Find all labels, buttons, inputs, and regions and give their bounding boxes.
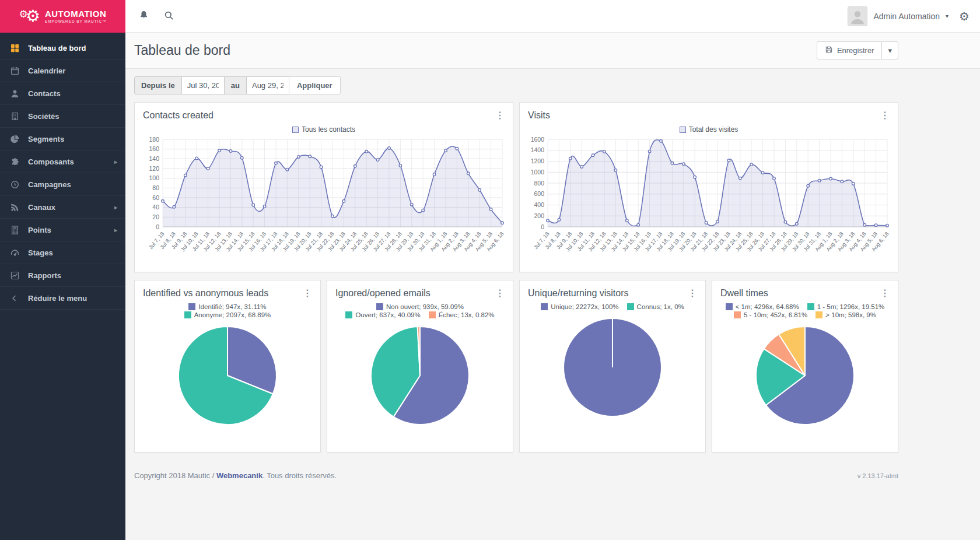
svg-text:600: 600 [534, 190, 544, 197]
legend-label: Tous les contacts [302, 125, 355, 134]
sidebar-item-segments[interactable]: Segments ▸ [0, 128, 125, 150]
chart-legend: Identifié; 947x, 31.11%Anonyme; 2097x, 6… [135, 303, 320, 318]
legend-item[interactable]: 1 - 5m; 1296x, 19.51% [807, 303, 885, 310]
legend-swatch [726, 303, 733, 310]
chart-legend: Total des visites [520, 125, 898, 134]
emails-pie-chart [327, 324, 513, 427]
legend-item[interactable]: Identifié; 947x, 31.11% [188, 303, 266, 310]
card-menu-button[interactable]: ⋮ [880, 111, 890, 120]
sidebar-item-contacts[interactable]: Contacts ▸ [0, 82, 125, 105]
save-button[interactable]: Enregistrer [817, 41, 883, 59]
legend-item[interactable]: > 10m; 598x, 9% [816, 311, 876, 318]
svg-text:400: 400 [534, 201, 544, 208]
dwell-times-pie-chart [712, 324, 898, 427]
sidebar-item-points[interactable]: Points ▸ [0, 219, 125, 241]
svg-text:200: 200 [534, 212, 544, 219]
legend-label: Anonyme; 2097x, 68.89% [194, 311, 271, 318]
save-dropdown-button[interactable]: ▾ [881, 41, 898, 59]
svg-text:1200: 1200 [531, 157, 545, 164]
sidebar-item-canaux[interactable]: Canaux ▸ [0, 196, 125, 219]
chart-legend: Tous les contacts [135, 125, 513, 134]
date-filter-toolbar: Depuis le au Appliquer [134, 76, 898, 94]
legend-label: < 1m; 4296x, 64.68% [736, 303, 799, 310]
save-button-label: Enregistrer [837, 46, 874, 55]
card-menu-button[interactable]: ⋮ [880, 289, 890, 298]
sidebar-item-label: Réduire le menu [28, 294, 87, 303]
card-menu-button[interactable]: ⋮ [303, 289, 312, 298]
chart-legend: Unique; 22272x, 100%Connus; 1x, 0% [520, 303, 705, 310]
search-icon [163, 10, 174, 23]
leads-pie-card: Identified vs anonymous leads ⋮ Identifi… [134, 280, 321, 453]
legend-row: Non ouvert; 939x, 59.09% [376, 303, 464, 310]
legend-label: Échec; 13x, 0.82% [439, 311, 495, 318]
avatar [848, 6, 867, 26]
logo-subtitle: EMPOWERED BY MAUTIC™ [45, 19, 106, 23]
legend-item[interactable]: Anonyme; 2097x, 68.89% [184, 311, 271, 318]
chevron-down-icon: ▾ [888, 46, 892, 55]
legend-item[interactable]: Ouvert; 637x, 40.09% [345, 311, 420, 318]
sidebar-item-calendrier[interactable]: Calendrier ▸ [0, 59, 125, 82]
sidebar-item-label: Stages [28, 248, 53, 257]
search-button[interactable] [161, 8, 177, 25]
sidebar-item-reduire-le-menu[interactable]: Réduire le menu ▸ [0, 287, 125, 310]
settings-button[interactable]: ⚙ [959, 10, 970, 22]
visits-card: Visits ⋮ Total des visites 0200400600800… [519, 102, 898, 272]
notifications-button[interactable] [136, 8, 152, 25]
legend-item[interactable]: < 1m; 4296x, 64.68% [726, 303, 799, 310]
legend-item[interactable]: 5 - 10m; 452x, 6.81% [734, 311, 807, 318]
gears-icon: ⚙⚙ [19, 8, 40, 24]
leads-pie-chart [135, 324, 320, 427]
sidebar-nav: Tableau de bord ▸ Calendrier ▸ Contacts … [0, 37, 125, 310]
legend-row: Ouvert; 637x, 40.09%Échec; 13x, 0.82% [345, 311, 494, 318]
legend-item[interactable]: Connus; 1x, 0% [627, 303, 684, 310]
legend-item[interactable]: Total des visites [680, 125, 738, 134]
puzzle-icon [10, 157, 20, 166]
legend-item[interactable]: Non ouvert; 939x, 59.09% [376, 303, 464, 310]
user-name: Admin Automation [873, 12, 940, 21]
contacts-created-card: Contacts created ⋮ Tous les contacts 020… [134, 102, 513, 272]
date-from-input[interactable] [181, 76, 225, 94]
svg-text:1400: 1400 [531, 146, 545, 153]
legend-item[interactable]: Unique; 22272x, 100% [541, 303, 618, 310]
save-split-button: Enregistrer ▾ [817, 41, 898, 59]
topbar: ⚙⚙ AUTOMATION EMPOWERED BY MAUTIC™ Admin… [0, 0, 980, 33]
chart-legend: < 1m; 4296x, 64.68%1 - 5m; 1296x, 19.51%… [712, 303, 898, 318]
legend-swatch [680, 127, 686, 133]
sidebar-item-label: Composants [28, 157, 74, 166]
webmecanik-link[interactable]: Webmecanik [216, 471, 262, 480]
sidebar-item-rapports[interactable]: Rapports ▸ [0, 264, 125, 287]
sidebar-item-societes[interactable]: Sociétés ▸ [0, 105, 125, 128]
card-title: Ignored/opened emails [335, 288, 430, 299]
sidebar-item-label: Rapports [28, 271, 61, 280]
legend-swatch [345, 311, 352, 318]
legend-label: Ouvert; 637x, 40.09% [355, 311, 420, 318]
card-menu-button[interactable]: ⋮ [495, 111, 505, 120]
sidebar-item-tableau-de-bord[interactable]: Tableau de bord ▸ [0, 37, 125, 59]
card-title: Identified vs anonymous leads [143, 288, 268, 299]
calculator-icon [10, 226, 20, 234]
emails-pie-card: Ignored/opened emails ⋮ Non ouvert; 939x… [327, 280, 513, 453]
sidebar-item-label: Canaux [28, 203, 55, 212]
sidebar-item-stages[interactable]: Stages ▸ [0, 241, 125, 264]
card-title: Unique/returning visitors [528, 288, 629, 299]
date-to-label: au [224, 76, 247, 94]
sidebar-item-composants[interactable]: Composants ▸ [0, 150, 125, 173]
svg-text:0: 0 [541, 223, 544, 230]
app-logo[interactable]: ⚙⚙ AUTOMATION EMPOWERED BY MAUTIC™ [0, 0, 125, 33]
rss-icon [10, 203, 20, 212]
card-menu-button[interactable]: ⋮ [688, 289, 697, 298]
copyright-suffix: . Tous droits réservés. [262, 471, 337, 480]
user-menu[interactable]: Admin Automation ▾ [848, 6, 949, 26]
legend-item[interactable]: Échec; 13x, 0.82% [429, 311, 495, 318]
card-title: Visits [528, 110, 550, 121]
legend-item[interactable]: Tous les contacts [292, 125, 355, 134]
apply-button[interactable]: Appliquer [289, 76, 341, 94]
chart-legend: Non ouvert; 939x, 59.09%Ouvert; 637x, 40… [327, 303, 513, 318]
svg-text:1000: 1000 [531, 169, 545, 176]
sidebar-item-label: Tableau de bord [28, 44, 86, 52]
sidebar-item-campagnes[interactable]: Campagnes ▸ [0, 173, 125, 196]
legend-swatch [734, 311, 741, 318]
date-to-input[interactable] [246, 76, 289, 94]
card-menu-button[interactable]: ⋮ [495, 289, 505, 298]
gauge-icon [10, 248, 20, 257]
